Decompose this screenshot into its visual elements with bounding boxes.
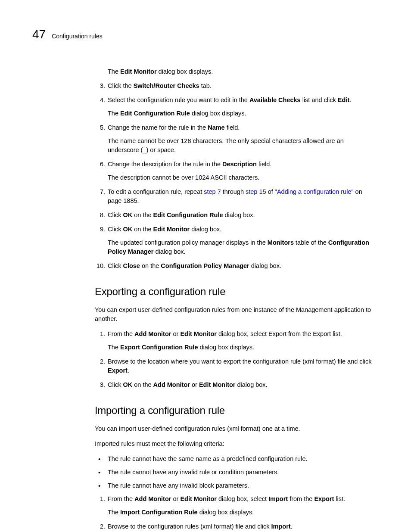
bold: Edit Monitor: [199, 381, 236, 388]
text: dialog box.: [235, 381, 267, 388]
text: or: [171, 330, 180, 337]
step-6: 6. Change the description for the rule i…: [95, 160, 377, 182]
text: of: [266, 188, 275, 195]
text: Change the name for the rule in the: [108, 124, 208, 131]
export-step-2: 2. Browse to the location where you want…: [95, 357, 377, 375]
step-sub: The Import Configuration Rule dialog box…: [108, 508, 377, 517]
step-3: 3. Click the Switch/Router Checks tab.: [95, 81, 377, 90]
text: on the: [132, 381, 153, 388]
text: dialog box, select: [217, 495, 268, 502]
step-8: 8. Click OK on the Edit Configuration Ru…: [95, 211, 377, 220]
page-number: 47: [32, 26, 46, 44]
import-step-1: 1. From the Add Monitor or Edit Monitor …: [95, 495, 377, 517]
text: dialog box displays.: [198, 509, 254, 516]
page-header: 47 Configuration rules: [32, 26, 379, 44]
text: or: [171, 495, 180, 502]
text: dialog box displays.: [198, 344, 254, 351]
import-step-2: 2. Browse to the configuration rules (xm…: [95, 522, 377, 531]
bullet-item: The rule cannot have the same name as a …: [95, 454, 377, 464]
step-number: 7.: [95, 187, 105, 196]
step-number: 6.: [95, 160, 105, 169]
heading-exporting: Exporting a configuration rule: [95, 284, 377, 299]
bold: Add Monitor: [153, 381, 190, 388]
text: The: [108, 68, 120, 75]
link-step15[interactable]: step 15: [246, 188, 266, 195]
text: Click: [108, 212, 123, 218]
bold: Import: [271, 523, 291, 530]
step-sub: The updated configuration policy manager…: [108, 238, 377, 256]
bold: Export: [314, 495, 334, 502]
text: The: [108, 344, 120, 351]
bold: Edit Monitor: [180, 495, 217, 502]
text: From the: [108, 330, 134, 337]
step-number: 2.: [95, 357, 105, 366]
link-adding-rule[interactable]: "Adding a configuration rule": [275, 188, 354, 195]
text: The: [108, 509, 120, 516]
text: dialog box.: [190, 226, 221, 233]
step-sub: The description cannot be over 1024 ASCI…: [108, 173, 377, 182]
text: field.: [225, 124, 240, 131]
link-step7[interactable]: step 7: [204, 188, 221, 195]
step-number: 3.: [95, 81, 105, 90]
bullet-item: The rule cannot have any invalid rule or…: [95, 468, 377, 477]
bold: Import: [268, 495, 288, 502]
import-intro-1: You can import user-defined configuratio…: [95, 424, 377, 433]
page-content: The Edit Monitor dialog box displays. 3.…: [95, 67, 377, 532]
text: on the: [132, 226, 153, 233]
bold: Monitors: [268, 239, 294, 246]
step-sub: The name cannot be over 128 characters. …: [108, 137, 377, 155]
bold: OK: [123, 226, 132, 233]
text: on the: [132, 212, 153, 218]
step-10: 10. Click Close on the Configuration Pol…: [95, 261, 377, 271]
text: To edit a configuration rule, repeat: [108, 188, 204, 195]
text: table of the: [294, 239, 328, 246]
bold: OK: [123, 381, 132, 388]
bold: OK: [123, 212, 132, 218]
bold: Close: [123, 262, 140, 269]
step-number: 8.: [95, 211, 105, 220]
heading-importing: Importing a configuration rule: [95, 403, 377, 418]
import-intro-2: Imported rules must meet the following c…: [95, 439, 377, 448]
text: Click: [108, 262, 123, 269]
intro-para: The Edit Monitor dialog box displays.: [108, 67, 377, 76]
bold: Edit Monitor: [180, 330, 217, 337]
step-7: 7. To edit a configuration rule, repeat …: [95, 187, 377, 205]
export-intro: You can export user-defined configuratio…: [95, 305, 377, 324]
step-sub: The Edit Configuration Rule dialog box d…: [108, 109, 377, 118]
bold: Export: [108, 367, 128, 374]
text: The updated configuration policy manager…: [108, 239, 268, 246]
text: list.: [334, 495, 345, 502]
step-number: 9.: [95, 225, 105, 234]
text: from the: [288, 495, 314, 502]
bullet-item: The rule cannot have any invalid block p…: [95, 481, 377, 490]
bold: Edit Monitor: [153, 226, 190, 233]
bold: Edit Configuration Rule: [153, 212, 223, 218]
bold: Edit: [338, 96, 349, 103]
bold: Import Configuration Rule: [120, 509, 198, 516]
text: on the: [140, 262, 161, 269]
step-number: 2.: [95, 522, 105, 531]
bold: Description: [222, 161, 257, 168]
export-step-1: 1. From the Add Monitor or Edit Monitor …: [95, 330, 377, 352]
step-number: 1.: [95, 495, 105, 504]
bold: Available Checks: [249, 96, 301, 103]
text: Click: [108, 381, 123, 388]
bold: Export Configuration Rule: [120, 344, 198, 351]
step-sub: The Export Configuration Rule dialog box…: [108, 343, 377, 352]
text: Browse to the configuration rules (xml f…: [108, 523, 271, 530]
text: field.: [257, 161, 272, 168]
step-number: 1.: [95, 330, 105, 339]
step-4: 4. Select the configuration rule you wan…: [95, 96, 377, 118]
text: .: [291, 523, 293, 530]
bold: Edit Monitor: [120, 68, 157, 75]
text: list and click: [301, 96, 338, 103]
text: dialog box.: [249, 262, 281, 269]
header-title: Configuration rules: [52, 32, 103, 40]
bold: Configuration Policy Manager: [161, 262, 249, 269]
text: through: [221, 188, 246, 195]
text: .: [349, 96, 351, 103]
text: Change the description for the rule in t…: [108, 161, 222, 168]
text: Click: [108, 226, 123, 233]
text: The: [108, 110, 120, 117]
step-number: 3.: [95, 380, 105, 389]
